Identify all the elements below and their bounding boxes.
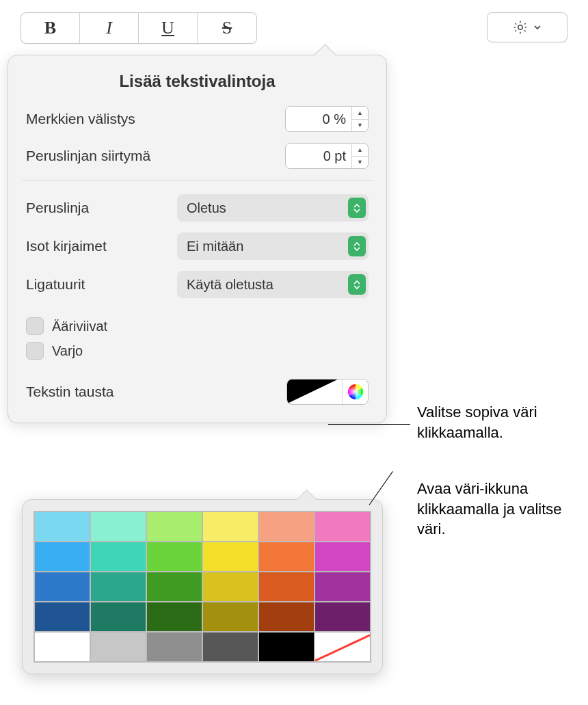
color-swatch[interactable] — [34, 511, 90, 542]
caps-select-value: Ei mitään — [187, 239, 243, 254]
color-swatch[interactable] — [202, 632, 258, 662]
color-swatch[interactable] — [146, 572, 202, 602]
color-swatch[interactable] — [34, 602, 90, 632]
color-swatch[interactable] — [34, 632, 90, 662]
callout-line — [369, 471, 393, 505]
gear-icon — [512, 19, 529, 36]
callout-swatch: Valitse sopiva väri klikkaamalla. — [417, 402, 588, 442]
shadow-label: Varjo — [52, 343, 83, 359]
more-text-options-button[interactable] — [487, 12, 567, 42]
svg-point-1 — [348, 384, 363, 399]
caps-label: Isot kirjaimet — [26, 238, 107, 254]
text-style-segment: B I U S — [21, 12, 257, 44]
color-swatch[interactable] — [202, 542, 258, 572]
color-swatch[interactable] — [315, 632, 371, 662]
outline-checkbox[interactable] — [26, 317, 44, 335]
ligatures-select-value: Käytä oletusta — [187, 277, 273, 293]
underline-button[interactable]: U — [139, 13, 198, 43]
color-swatch[interactable] — [146, 542, 202, 572]
baseline-shift-stepper[interactable]: 0 pt ▲▼ — [285, 143, 369, 169]
shadow-checkbox[interactable] — [26, 342, 44, 360]
color-swatch[interactable] — [315, 542, 371, 572]
ligatures-label: Ligatuurit — [26, 276, 85, 293]
strikethrough-button[interactable]: S — [198, 13, 256, 43]
callout-line — [328, 424, 410, 425]
color-swatch[interactable] — [90, 632, 146, 662]
baseline-label: Peruslinja — [26, 200, 89, 216]
color-swatch[interactable] — [202, 602, 258, 632]
select-toggle-icon — [348, 236, 366, 256]
color-swatch[interactable] — [315, 572, 371, 602]
color-swatch[interactable] — [146, 602, 202, 632]
char-spacing-stepper[interactable]: 0 % ▲▼ — [285, 106, 369, 132]
color-swatch[interactable] — [90, 602, 146, 632]
color-swatch-grid — [34, 511, 371, 663]
char-spacing-value: 0 % — [286, 111, 351, 127]
stepper-arrows[interactable]: ▲▼ — [351, 144, 368, 168]
color-swatch[interactable] — [34, 542, 90, 572]
color-swatch[interactable] — [34, 572, 90, 602]
color-swatch[interactable] — [90, 542, 146, 572]
color-swatch[interactable] — [315, 511, 371, 542]
svg-point-0 — [518, 25, 522, 29]
color-swatch-popup — [22, 499, 383, 674]
divider — [22, 180, 373, 181]
color-swatch[interactable] — [146, 632, 202, 662]
baseline-select[interactable]: Oletus — [177, 194, 369, 222]
panel-title: Lisää tekstivalintoja — [26, 72, 369, 91]
char-spacing-label: Merkkien välistys — [26, 111, 135, 127]
baseline-shift-value: 0 pt — [286, 148, 351, 164]
outline-label: Ääriviivat — [52, 319, 107, 334]
color-swatch[interactable] — [202, 572, 258, 602]
color-swatch[interactable] — [202, 511, 258, 542]
color-wheel-icon — [348, 384, 363, 399]
color-swatch[interactable] — [90, 511, 146, 542]
baseline-select-value: Oletus — [187, 200, 226, 216]
text-background-color-group — [286, 379, 369, 405]
text-background-color-well[interactable] — [287, 380, 342, 404]
color-swatch[interactable] — [258, 511, 315, 542]
color-swatch[interactable] — [258, 632, 315, 662]
select-toggle-icon — [348, 198, 366, 218]
more-text-options-panel: Lisää tekstivalintoja Merkkien välistys … — [8, 55, 387, 423]
ligatures-select[interactable]: Käytä oletusta — [177, 271, 369, 298]
color-picker-button[interactable] — [342, 380, 368, 404]
bold-button[interactable]: B — [21, 13, 80, 43]
text-background-label: Tekstin tausta — [26, 384, 113, 400]
caps-select[interactable]: Ei mitään — [177, 232, 369, 260]
italic-button[interactable]: I — [80, 13, 139, 43]
stepper-arrows[interactable]: ▲▼ — [351, 107, 368, 131]
select-toggle-icon — [348, 274, 366, 295]
color-swatch[interactable] — [146, 511, 202, 542]
chevron-down-icon — [533, 23, 542, 32]
color-swatch[interactable] — [90, 572, 146, 602]
callout-picker: Avaa väri-ikkuna klikkaamalla ja valitse… — [417, 479, 588, 540]
color-swatch[interactable] — [258, 602, 315, 632]
baseline-shift-label: Peruslinjan siirtymä — [26, 148, 150, 164]
color-swatch[interactable] — [258, 572, 315, 602]
color-swatch[interactable] — [315, 602, 371, 632]
color-swatch[interactable] — [258, 542, 315, 572]
